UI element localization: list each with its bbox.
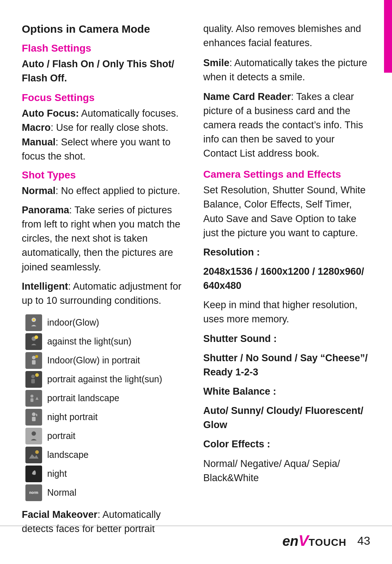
brand-touch: TOUCH	[309, 537, 346, 548]
svg-point-4	[32, 356, 36, 359]
icon-label-indoor-glow-portrait: Indoor(Glow) in portrait	[47, 355, 140, 366]
intelligent-text: Intelligent: Automatic adjustment for up…	[22, 279, 189, 308]
color-effects-values: Normal/ Negative/ Aqua/ Sepia/ Black&Whi…	[203, 457, 370, 485]
svg-point-6	[35, 355, 38, 358]
flash-settings-heading: Flash Settings	[22, 43, 189, 54]
panorama-text: Panorama: Take series of pictures from l…	[22, 203, 189, 274]
white-balance-label: White Balance :	[203, 384, 370, 399]
night-portrait-icon	[25, 409, 42, 426]
shutter-values: Shutter / No Sound / Say “Cheese”/ Ready…	[203, 351, 370, 379]
resolution-note: Keep in mind that higher resolution, use…	[203, 298, 370, 326]
night-icon	[25, 466, 42, 482]
svg-rect-11	[30, 398, 33, 402]
accent-bar	[384, 0, 392, 73]
list-item: night	[25, 466, 189, 482]
icon-label-normal: Normal	[47, 487, 77, 498]
list-item: norm Normal	[25, 484, 189, 501]
camera-settings-body: Set Resolution, Shutter Sound, White Bal…	[203, 183, 370, 240]
right-column: quality. Also removes blemishes and enha…	[203, 22, 370, 541]
resolution-label: Resolution :	[203, 245, 370, 259]
icon-label-against-light: against the light(sun)	[47, 336, 131, 347]
resolution-values: 2048x1536 / 1600x1200 / 1280x960/ 640x48…	[203, 265, 370, 293]
svg-point-10	[30, 395, 33, 398]
icon-label-indoor-glow: indoor(Glow)	[47, 317, 99, 328]
camera-settings-heading: Camera Settings and Effects	[203, 169, 370, 180]
svg-point-1	[33, 319, 35, 321]
focus-manual-bold: Manual	[22, 137, 56, 148]
brand-en: en	[282, 533, 298, 549]
svg-point-3	[34, 335, 38, 339]
list-item: portrait against the light(sun)	[25, 371, 189, 388]
brand-v: V	[298, 532, 309, 549]
shot-type-icon-list: indoor(Glow) against the light(sun)	[25, 314, 189, 501]
smile-text: Smile: Automatically takes the picture w…	[203, 56, 370, 84]
indoor-glow-icon	[25, 314, 42, 331]
focus-macro-body: : Use for really close shots.	[51, 122, 168, 133]
color-effects-label: Color Effects :	[203, 437, 370, 451]
indoor-glow-portrait-icon	[25, 352, 42, 369]
portrait-landscape-icon	[25, 390, 42, 407]
namecard-text: Name Card Reader: Takes a clear picture …	[203, 90, 370, 161]
list-item: night portrait	[25, 409, 189, 426]
section-heading: Options in Camera Mode	[22, 22, 189, 36]
list-item: landscape	[25, 447, 189, 463]
portrait-icon	[25, 428, 42, 444]
landscape-icon	[25, 447, 42, 463]
normal-icon: norm	[25, 484, 42, 501]
svg-rect-5	[32, 360, 36, 364]
white-balance-values: Auto/ Sunny/ Cloudy/ Fluorescent/ Glow	[203, 404, 370, 432]
brand-logo: enVTOUCH	[282, 532, 346, 549]
svg-point-14	[32, 431, 36, 436]
page-footer: enVTOUCH 43	[0, 525, 392, 549]
icon-label-night: night	[47, 468, 67, 479]
left-column: Options in Camera Mode Flash Settings Au…	[22, 22, 189, 541]
shutter-label: Shutter Sound :	[203, 332, 370, 346]
against-light-icon	[25, 333, 42, 350]
list-item: against the light(sun)	[25, 333, 189, 350]
flash-body: Auto / Flash On / Only This Shot/ Flash …	[22, 57, 189, 85]
svg-point-15	[35, 450, 39, 454]
content-area: Options in Camera Mode Flash Settings Au…	[22, 22, 370, 541]
icon-label-portrait: portrait	[47, 431, 75, 441]
page-number: 43	[357, 534, 370, 548]
focus-settings-heading: Focus Settings	[22, 92, 189, 104]
page-container: Options in Camera Mode Flash Settings Au…	[0, 0, 392, 564]
svg-rect-8	[31, 379, 35, 383]
icon-label-portrait-landscape: portrait landscape	[47, 393, 119, 403]
facial-cont-text: quality. Also removes blemishes and enha…	[203, 22, 370, 50]
normal-text: Normal: No effect applied to picture.	[22, 184, 189, 198]
list-item: Indoor(Glow) in portrait	[25, 352, 189, 369]
svg-point-9	[35, 373, 39, 377]
flash-body-text: Auto / Flash On / Only This Shot/ Flash …	[22, 59, 174, 84]
focus-auto-text: Auto Focus: Automatically focuses. Macro…	[22, 106, 189, 164]
focus-auto-bold: Auto Focus:	[22, 108, 79, 119]
icon-label-landscape: landscape	[47, 450, 89, 460]
portrait-against-light-icon	[25, 371, 42, 388]
shot-types-heading: Shot Types	[22, 169, 189, 181]
svg-point-12	[32, 412, 36, 416]
list-item: indoor(Glow)	[25, 314, 189, 331]
list-item: portrait landscape	[25, 390, 189, 407]
svg-rect-13	[32, 417, 36, 421]
icon-label-portrait-against-light: portrait against the light(sun)	[47, 374, 162, 384]
focus-auto-body: Automatically focuses.	[79, 108, 179, 119]
focus-macro-bold: Macro	[22, 122, 51, 133]
svg-point-7	[31, 375, 35, 378]
icon-label-night-portrait: night portrait	[47, 412, 98, 422]
list-item: portrait	[25, 428, 189, 444]
